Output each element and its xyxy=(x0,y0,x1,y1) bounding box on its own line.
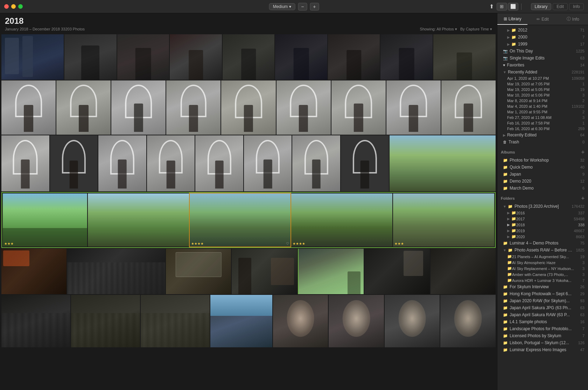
sidebar-subitem-apr1[interactable]: Apr 1, 2020 at 10:27 PM 109058 xyxy=(497,76,588,81)
tab-info[interactable]: ⓘ Info xyxy=(558,13,588,25)
sidebar-subitem-ai-sky-replacement[interactable]: 📁 AI Sky Replacement – NY Hudson... 3 xyxy=(497,265,588,271)
sidebar-item-on-this-day[interactable]: 📷 On This Day 1225 xyxy=(497,48,588,55)
sidebar-item-2000[interactable]: ▶ 📁 2000 7 xyxy=(497,34,588,41)
sidebar-item-trash[interactable]: 🗑 Trash 0 xyxy=(497,139,588,146)
info-tab[interactable]: Info xyxy=(569,3,584,10)
sidebar-subitem-ai-sky-atmospheric[interactable]: 📁 AI Sky Atmospheric Haze 3 xyxy=(497,260,588,265)
photo-thumb[interactable] xyxy=(1,295,70,347)
photo-thumb[interactable] xyxy=(195,135,243,191)
sidebar-item-l41-sample[interactable]: 📁 L4.1 Sample photos 16 xyxy=(497,318,588,325)
single-view-button[interactable]: ⬜ xyxy=(508,3,518,10)
sidebar-item-single-image[interactable]: 📷 Single Image Edits 63 xyxy=(497,55,588,62)
photo-thumb[interactable] xyxy=(385,295,440,347)
zoom-dropdown[interactable]: Medium ▾ xyxy=(269,3,295,10)
photo-thumb[interactable] xyxy=(56,80,111,135)
photo-grid[interactable]: ★★★ ★★★★ ♡ ★★★★ xyxy=(0,33,497,390)
sidebar-subitem-2016[interactable]: ▶ 📁 2016 337 xyxy=(497,210,588,216)
library-tab[interactable]: Library xyxy=(531,3,552,10)
minimize-button[interactable] xyxy=(11,4,16,9)
sidebar-subitem-mar19a[interactable]: Mar 19, 2020 at 7:05 PM 1 xyxy=(497,81,588,87)
photo-thumb[interactable] xyxy=(1,135,49,191)
photo-thumb[interactable] xyxy=(341,135,389,191)
sidebar-subitem-mar8[interactable]: Mar 8, 2020 at 9:14 PM 2 xyxy=(497,98,588,104)
sidebar-item-landscape-photoblo[interactable]: 📁 Landscape Photos for Photoblo... 7 xyxy=(497,325,588,332)
sidebar-subitem-mar4[interactable]: Mar 4, 2020 at 1:40 PM 119102 xyxy=(497,104,588,109)
sidebar-subitem-feb16b[interactable]: Feb 16, 2020 at 6:30 PM 259 xyxy=(497,126,588,132)
sidebar-subitem-2018[interactable]: ▶ 📁 2018 338 xyxy=(497,222,588,228)
photo-thumb[interactable] xyxy=(273,295,328,347)
sidebar-item-quick-demo[interactable]: 📁 Quick Demo 40 xyxy=(497,164,588,171)
photo-thumb[interactable] xyxy=(147,135,195,191)
photo-thumb[interactable] xyxy=(298,249,364,294)
add-album-button[interactable]: + xyxy=(581,149,584,155)
zoom-in-button[interactable]: + xyxy=(310,3,319,10)
sidebar-item-japan-sakura-raw[interactable]: 📁 Japan April Sakura RAW (63 P... 63 xyxy=(497,311,588,318)
photo-thumb[interactable] xyxy=(292,135,340,191)
photo-thumb[interactable] xyxy=(166,80,220,135)
photo-thumb[interactable] xyxy=(328,34,380,80)
photo-thumb[interactable] xyxy=(331,80,386,135)
photo-thumb[interactable] xyxy=(329,295,384,347)
edit-tab[interactable]: Edit xyxy=(553,3,568,10)
tab-library[interactable]: ⊞ Library xyxy=(497,13,527,25)
photo-thumb[interactable] xyxy=(441,80,496,135)
grid-view-button[interactable]: ⊞ xyxy=(497,3,507,10)
sidebar-subitem-mar1[interactable]: Mar 1, 2020 at 9:55 PM 2 xyxy=(497,109,588,115)
photo-thumb[interactable] xyxy=(67,249,165,294)
sidebar-subitem-feb16a[interactable]: Feb 16, 2020 at 7:58 PM 1 xyxy=(497,120,588,126)
photo-thumb[interactable] xyxy=(88,193,189,247)
tab-edit[interactable]: ✏ Edit xyxy=(527,13,558,25)
photo-thumb[interactable] xyxy=(210,295,272,347)
photo-thumb[interactable]: ★★★ xyxy=(3,193,87,247)
sidebar-item-licensed[interactable]: 📁 Licensed Photos by Skylum 7 xyxy=(497,332,588,339)
sidebar-item-japan[interactable]: 📁 Japan 9 xyxy=(497,171,588,178)
sidebar-subitem-mar10[interactable]: Mar 10, 2020 at 5:06 PM 3 xyxy=(497,92,588,98)
sidebar-item-recently-added[interactable]: ▼ Recently Added 228191 xyxy=(497,69,588,76)
photo-thumb[interactable] xyxy=(64,34,117,80)
photo-thumb[interactable]: ★★★ xyxy=(393,193,494,247)
sidebar-item-luminar4-demo[interactable]: 📁 Luminar 4 – Demo Photos 75 xyxy=(497,240,588,247)
photo-thumb[interactable] xyxy=(244,135,292,191)
sidebar-item-march-demo[interactable]: 📁 March Demo 6 xyxy=(497,185,588,192)
zoom-out-button[interactable]: − xyxy=(298,3,307,10)
sidebar-subitem-feb27[interactable]: Feb 27, 2020 at 11:08 AM 3 xyxy=(497,115,588,120)
sidebar-item-hk-photowalk[interactable]: 📁 Hong Kong Photowalk – Sept 6... 29 xyxy=(497,290,588,297)
sidebar-item-japan-sakura-jpg[interactable]: 📁 Japan April Sakura JPG (63 Ph... 63 xyxy=(497,304,588,311)
photo-thumb[interactable] xyxy=(1,80,56,135)
photo-thumb[interactable] xyxy=(221,80,275,135)
photo-thumb[interactable]: ★★★★ xyxy=(291,193,392,247)
sidebar-item-1999[interactable]: ▶ 📁 1999 17 xyxy=(497,41,588,48)
sidebar-item-photos-for-workshop[interactable]: 📁 Photos for Workshop 32 xyxy=(497,157,588,164)
photo-thumb[interactable] xyxy=(50,135,98,191)
photo-thumb[interactable] xyxy=(111,80,166,135)
sidebar-item-photo-assets-raw[interactable]: ▼ 📁 Photo Assets RAW – Before and... 182… xyxy=(497,247,588,254)
photo-thumb[interactable] xyxy=(166,249,231,294)
sidebar-item-2012[interactable]: ▶ 📁 2012 71 xyxy=(497,27,588,34)
photo-thumb[interactable] xyxy=(223,34,275,80)
photo-thumb[interactable] xyxy=(170,34,222,80)
photo-thumb[interactable] xyxy=(440,295,496,347)
photo-thumb[interactable] xyxy=(386,80,441,135)
sidebar-subitem-2020[interactable]: ▶ 📁 2020 8663 xyxy=(497,234,588,240)
sidebar-subitem-21planets[interactable]: 📁 21 Planets – AI Augmented Sky... 19 xyxy=(497,254,588,260)
photo-thumb[interactable] xyxy=(276,80,331,135)
sidebar-item-demo-2020[interactable]: 📁 Demo 2020 12 xyxy=(497,178,588,185)
photo-thumb[interactable] xyxy=(380,34,433,80)
photo-thumb[interactable] xyxy=(117,34,169,80)
photo-thumb[interactable] xyxy=(433,34,496,80)
photo-thumb[interactable] xyxy=(364,249,429,294)
photo-thumb[interactable] xyxy=(430,249,496,294)
sidebar-item-favorites[interactable]: ♥ Favorites 14 xyxy=(497,62,588,69)
photo-thumb[interactable] xyxy=(390,135,496,191)
sidebar-item-skylum-interview[interactable]: 📁 For Skylum Interview 26 xyxy=(497,283,588,290)
photo-thumb[interactable] xyxy=(71,295,140,347)
sidebar-item-luminar-express[interactable]: 📁 Luminar Express Hero Images 47 xyxy=(497,346,588,353)
photo-thumb[interactable] xyxy=(1,34,64,80)
maximize-button[interactable] xyxy=(18,4,23,9)
sidebar-content[interactable]: ▶ 📁 2012 71 ▶ 📁 2000 7 ▶ 📁 1999 17 📷 On … xyxy=(497,25,588,390)
photo-thumb[interactable] xyxy=(232,249,297,294)
photo-thumb[interactable] xyxy=(1,249,66,294)
close-button[interactable] xyxy=(4,4,9,9)
sidebar-subitem-amber[interactable]: 📁 Amber with Camera (73 Photo,... 3 xyxy=(497,271,588,277)
add-folder-button[interactable]: + xyxy=(581,195,584,201)
